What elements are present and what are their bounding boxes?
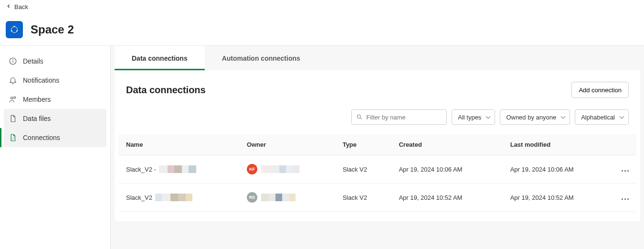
connection-type: Slack V2 — [335, 155, 391, 184]
filter-types-dropdown[interactable]: All types — [452, 109, 495, 125]
members-icon — [9, 95, 17, 104]
redacted-text — [261, 165, 299, 173]
sidebar-item-data-files[interactable]: Data files — [4, 109, 106, 128]
back-label: Back — [14, 3, 28, 11]
svg-point-9 — [12, 139, 13, 140]
filter-types-label: All types — [458, 114, 481, 121]
owner-cell: RS — [247, 192, 327, 203]
connections-icon — [9, 133, 17, 142]
svg-point-2 — [11, 30, 12, 32]
main-content: Data connections Automation connections … — [111, 46, 644, 249]
svg-point-0 — [11, 26, 18, 32]
owner-cell: KF — [247, 164, 327, 174]
sidebar-item-label: Members — [23, 96, 51, 103]
sidebar-item-label: Data files — [23, 115, 51, 122]
avatar: RS — [247, 192, 257, 203]
bell-icon — [9, 76, 17, 85]
tabs: Data connections Automation connections — [115, 46, 640, 70]
redacted-text — [261, 194, 296, 201]
svg-point-10 — [13, 138, 14, 139]
sidebar-item-members[interactable]: Members — [4, 90, 106, 109]
connection-type: Slack V2 — [335, 184, 391, 212]
chevron-left-icon — [6, 3, 11, 11]
col-type[interactable]: Type — [335, 134, 391, 155]
svg-line-12 — [360, 118, 362, 119]
space-icon — [6, 21, 23, 38]
filter-sort-label: Alphabetical — [581, 114, 615, 121]
connections-table: Name Owner Type Created Last modified Sl… — [118, 134, 636, 212]
svg-point-7 — [11, 97, 13, 99]
col-owner[interactable]: Owner — [239, 134, 335, 155]
panel: Data connections Add connection All type… — [115, 70, 640, 221]
connection-name-cell: Slack_V2 — [126, 194, 232, 201]
filter-owner-dropdown[interactable]: Owned by anyone — [500, 109, 570, 125]
avatar: KF — [247, 164, 257, 174]
connection-modified: Apr 19, 2024 10:52 AM — [503, 184, 614, 212]
col-modified[interactable]: Last modified — [503, 134, 614, 155]
connection-created: Apr 19, 2024 10:06 AM — [391, 155, 502, 184]
tab-automation-connections[interactable]: Automation connections — [205, 46, 317, 70]
sidebar-item-label: Connections — [23, 134, 60, 141]
filter-owner-label: Owned by anyone — [506, 114, 556, 121]
row-actions-menu[interactable] — [622, 198, 629, 200]
sidebar-item-details[interactable]: Details — [4, 52, 106, 71]
svg-point-11 — [358, 115, 361, 118]
page-title: Space 2 — [31, 23, 74, 36]
connection-created: Apr 19, 2024 10:52 AM — [391, 184, 502, 212]
connection-modified: Apr 19, 2024 10:06 AM — [503, 155, 614, 184]
sidebar-item-label: Notifications — [23, 76, 59, 84]
filter-by-name-input[interactable] — [351, 109, 447, 125]
back-link[interactable]: Back — [0, 0, 644, 13]
connection-name: Slack_V2 - — [126, 166, 156, 173]
tab-data-connections[interactable]: Data connections — [115, 46, 205, 70]
info-icon — [9, 57, 17, 65]
redacted-text — [155, 194, 192, 201]
filter-bar: All types Owned by anyone Alphabetical — [115, 109, 640, 134]
svg-point-3 — [16, 30, 18, 32]
page-header: Space 2 — [0, 13, 644, 46]
row-actions-menu[interactable] — [622, 170, 629, 172]
svg-point-8 — [14, 97, 16, 98]
col-name[interactable]: Name — [118, 134, 239, 155]
table-row[interactable]: Slack_V2 - — [118, 155, 636, 184]
add-connection-button[interactable]: Add connection — [571, 82, 629, 98]
sidebar: Details Notifications Members Data files… — [0, 46, 111, 249]
search-icon — [356, 114, 363, 120]
col-created[interactable]: Created — [391, 134, 502, 155]
sidebar-item-notifications[interactable]: Notifications — [4, 71, 106, 90]
svg-point-1 — [14, 26, 15, 27]
add-connection-label: Add connection — [579, 87, 622, 94]
sidebar-item-label: Details — [23, 57, 43, 65]
search-wrap — [351, 109, 447, 125]
svg-point-6 — [13, 60, 13, 60]
connection-name-cell: Slack_V2 - — [126, 165, 232, 173]
table-row[interactable]: Slack_V2 — [118, 184, 636, 212]
redacted-text — [159, 165, 196, 173]
panel-title: Data connections — [126, 85, 206, 96]
filter-sort-dropdown[interactable]: Alphabetical — [575, 109, 629, 125]
connection-name: Slack_V2 — [126, 194, 152, 201]
file-icon — [9, 114, 17, 123]
sidebar-item-connections[interactable]: Connections — [4, 128, 106, 147]
